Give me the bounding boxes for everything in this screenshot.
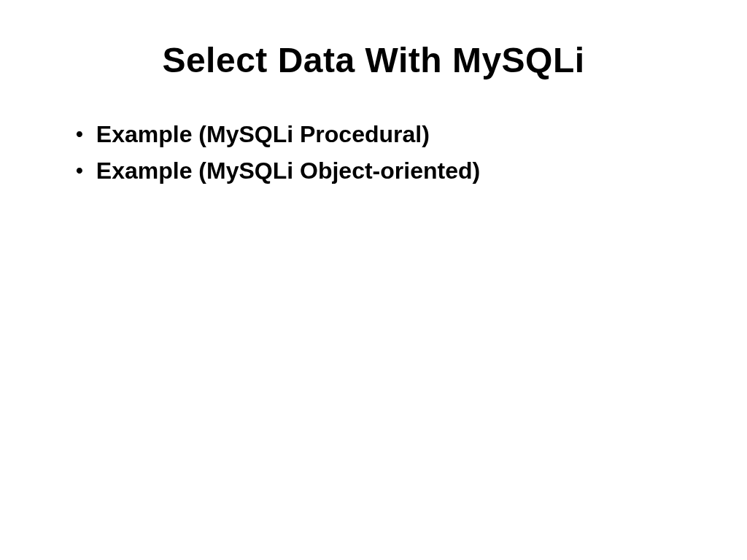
bullet-text: Example (MySQLi Object-oriented) xyxy=(96,153,480,190)
slide-title: Select Data With MySQLi xyxy=(66,40,681,80)
bullet-icon: • xyxy=(76,153,83,188)
bullet-list: • Example (MySQLi Procedural) • Example … xyxy=(66,117,681,189)
slide-container: Select Data With MySQLi • Example (MySQL… xyxy=(0,0,747,560)
bullet-icon: • xyxy=(76,117,83,152)
list-item: • Example (MySQLi Object-oriented) xyxy=(76,153,681,190)
bullet-text: Example (MySQLi Procedural) xyxy=(96,117,430,153)
list-item: • Example (MySQLi Procedural) xyxy=(76,117,681,153)
